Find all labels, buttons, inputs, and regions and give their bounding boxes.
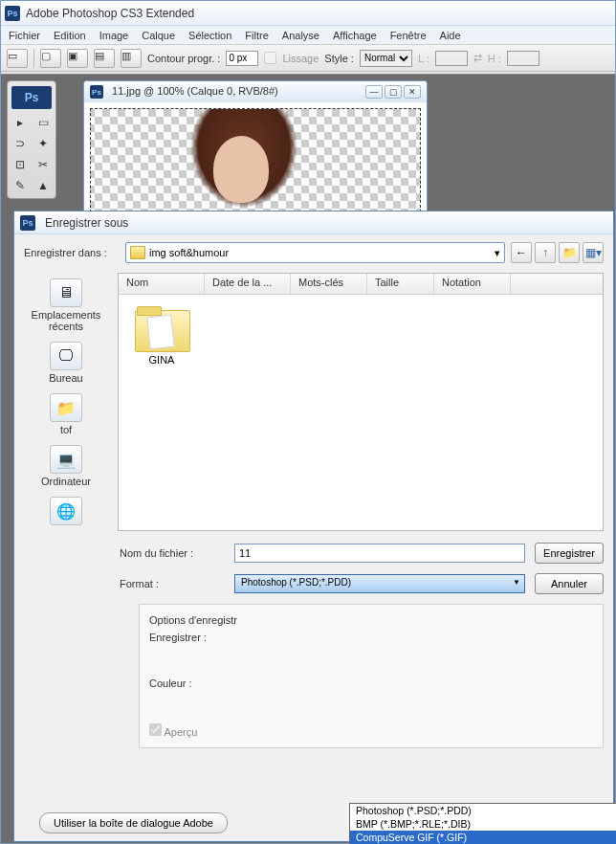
crop-tool-icon[interactable]: ⊡: [10, 155, 31, 174]
place-icon: 🌐: [50, 497, 82, 525]
antialias-label: Lissage: [282, 53, 319, 64]
document-titlebar: Ps 11.jpg @ 100% (Calque 0, RVB/8#) — ▢ …: [84, 81, 427, 102]
place-item[interactable]: 📁tof: [26, 391, 106, 437]
width-label: L :: [418, 53, 429, 64]
column-header[interactable]: Nom: [119, 274, 205, 294]
menu-affichage[interactable]: Affichage: [333, 30, 377, 41]
view-menu-button[interactable]: ▦▾: [583, 242, 604, 263]
new-folder-button[interactable]: 📁: [559, 242, 580, 263]
file-list[interactable]: NomDate de la ...Mots-clésTailleNotation…: [118, 273, 604, 531]
feather-label: Contour progr. :: [147, 53, 220, 64]
wand-tool-icon[interactable]: ✦: [33, 134, 54, 153]
column-header[interactable]: Date de la ...: [205, 274, 291, 294]
app-title: Adobe Photoshop CS3 Extended: [26, 7, 194, 20]
place-label: Bureau: [49, 372, 82, 384]
save-sub-label: Enregistrer :: [149, 632, 593, 643]
format-option[interactable]: Photoshop (*.PSD;*.PDD): [350, 804, 616, 817]
folder-icon: [130, 246, 145, 259]
place-item[interactable]: 🖥Emplacements récents: [26, 277, 106, 334]
canvas[interactable]: [90, 108, 421, 217]
format-option[interactable]: BMP (*.BMP;*.RLE;*.DIB): [350, 817, 616, 831]
menu-filtre[interactable]: Filtre: [245, 30, 268, 41]
place-item[interactable]: 💻Ordinateur: [26, 443, 106, 489]
format-label: Format :: [120, 578, 225, 589]
folder-large-icon: [135, 304, 188, 350]
up-button[interactable]: ↑: [535, 242, 556, 263]
column-header[interactable]: Taille: [367, 274, 434, 294]
save-in-label: Enregistrer dans :: [24, 247, 120, 258]
image-content: [177, 109, 311, 214]
back-button[interactable]: ←: [511, 242, 532, 263]
save-options-label: Options d'enregistr: [149, 614, 593, 626]
places-bar: 🖥Emplacements récents🖵Bureau📁tof💻Ordinat…: [24, 273, 108, 531]
new-selection-icon[interactable]: ▢: [40, 49, 61, 68]
slice-tool-icon[interactable]: ✂: [33, 155, 54, 174]
save-button[interactable]: Enregistrer: [535, 543, 604, 564]
antialias-checkbox: [264, 52, 276, 64]
intersect-selection-icon[interactable]: ▥: [121, 49, 142, 68]
height-input: [507, 51, 539, 66]
save-in-value: img soft&humour: [149, 247, 229, 258]
lasso-tool-icon[interactable]: ⊃: [10, 134, 31, 153]
move-tool-icon[interactable]: ▸: [10, 113, 31, 132]
menu-sélection[interactable]: Sélection: [188, 30, 231, 41]
place-icon: 🖥: [50, 278, 82, 307]
app-titlebar: Ps Adobe Photoshop CS3 Extended: [1, 1, 615, 26]
stamp-tool-icon[interactable]: ▲: [33, 176, 54, 195]
menu-analyse[interactable]: Analyse: [282, 30, 319, 41]
place-label: tof: [60, 424, 72, 435]
place-label: Ordinateur: [41, 476, 91, 487]
document-title: 11.jpg @ 100% (Calque 0, RVB/8#): [112, 85, 278, 97]
column-header[interactable]: Notation: [434, 274, 511, 294]
filename-input[interactable]: [234, 544, 525, 563]
minimize-icon[interactable]: —: [365, 85, 383, 99]
menu-aide[interactable]: Aide: [440, 30, 461, 41]
column-header[interactable]: Mots-clés: [291, 274, 367, 294]
menu-edition[interactable]: Edition: [54, 30, 86, 41]
width-input: [435, 51, 468, 66]
ps-badge-icon: Ps: [11, 86, 52, 109]
save-in-combo[interactable]: img soft&humour ▾: [125, 242, 505, 263]
place-item[interactable]: 🖵Bureau: [26, 340, 106, 386]
preview-checkbox: [149, 723, 162, 736]
height-label: H :: [488, 53, 501, 64]
ps-dialog-icon: Ps: [20, 215, 35, 231]
maximize-icon[interactable]: ▢: [385, 85, 402, 99]
options-bar: ▭ ▢ ▣ ▤ ▥ Contour progr. : Lissage Style…: [1, 45, 615, 72]
style-select[interactable]: Normal: [360, 50, 412, 67]
save-options-section: Options d'enregistr Enregistrer : Couleu…: [139, 604, 604, 748]
save-titlebar: Ps Enregistrer sous: [14, 211, 613, 234]
close-icon[interactable]: ✕: [404, 85, 421, 99]
style-label: Style :: [324, 53, 354, 64]
color-label: Couleur :: [149, 677, 593, 689]
folder-name: GINA: [149, 354, 175, 366]
menu-image[interactable]: Image: [99, 30, 129, 41]
place-icon: 💻: [50, 445, 82, 474]
cancel-button[interactable]: Annuler: [535, 573, 604, 594]
menu-fenêtre[interactable]: Fenêtre: [390, 30, 427, 41]
format-dropdown[interactable]: Photoshop (*.PSD;*.PDD)BMP (*.BMP;*.RLE;…: [349, 803, 616, 844]
format-option[interactable]: CompuServe GIF (*.GIF): [350, 831, 616, 844]
preview-label: Aperçu: [164, 726, 197, 738]
feather-input[interactable]: [226, 51, 258, 66]
subtract-selection-icon[interactable]: ▤: [94, 49, 115, 68]
ps-app-icon: Ps: [5, 6, 20, 21]
place-icon: 📁: [50, 393, 82, 422]
document-window: Ps 11.jpg @ 100% (Calque 0, RVB/8#) — ▢ …: [83, 80, 428, 224]
tools-panel: Ps ▸ ▭ ⊃ ✦ ⊡ ✂ ✎ ▲: [7, 80, 56, 199]
format-combo[interactable]: Photoshop (*.PSD;*.PDD): [234, 574, 525, 593]
marquee-select-icon[interactable]: ▭: [7, 49, 28, 68]
menu-fichier[interactable]: Fichier: [9, 30, 40, 41]
menu-calque[interactable]: Calque: [142, 30, 175, 41]
filename-label: Nom du fichier :: [120, 547, 225, 559]
adobe-dialog-button[interactable]: Utiliser la boîte de dialogue Adobe: [39, 812, 228, 833]
place-item[interactable]: 🌐: [26, 495, 106, 529]
place-label: Emplacements récents: [26, 309, 106, 332]
file-headers: NomDate de la ...Mots-clésTailleNotation: [119, 274, 603, 295]
marquee-tool-icon[interactable]: ▭: [33, 113, 54, 132]
brush-tool-icon[interactable]: ✎: [10, 176, 31, 195]
menubar: FichierEditionImageCalqueSélectionFiltre…: [1, 26, 615, 45]
place-icon: 🖵: [50, 342, 82, 370]
add-selection-icon[interactable]: ▣: [67, 49, 88, 68]
folder-item[interactable]: GINA: [128, 304, 195, 366]
